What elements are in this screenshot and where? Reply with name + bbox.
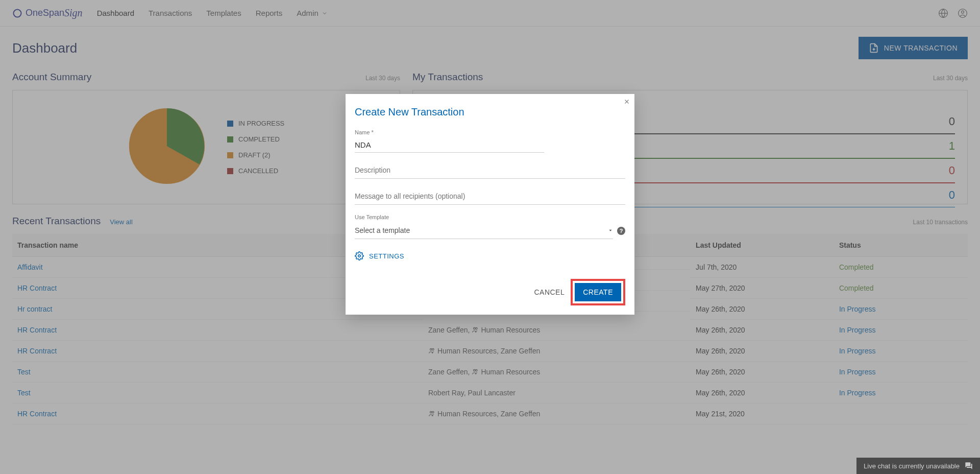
create-button[interactable]: CREATE xyxy=(575,283,621,301)
template-label: Use Template xyxy=(355,214,625,220)
svg-marker-18 xyxy=(609,230,612,231)
name-label: Name * xyxy=(355,129,544,135)
create-transaction-modal: Create New Transaction Name * Use Templa… xyxy=(346,94,634,315)
svg-point-19 xyxy=(358,255,361,257)
modal-close-button[interactable] xyxy=(623,97,630,108)
description-input[interactable] xyxy=(355,162,625,179)
modal-title: Create New Transaction xyxy=(355,106,625,118)
create-button-highlight: CREATE xyxy=(571,279,625,305)
template-select[interactable]: Select a template xyxy=(355,222,613,239)
cancel-button[interactable]: CANCEL xyxy=(534,288,565,296)
close-icon xyxy=(623,98,630,105)
name-input[interactable] xyxy=(355,137,544,153)
live-chat-bar[interactable]: Live chat is currently unavailable xyxy=(856,458,980,474)
gear-icon xyxy=(355,251,364,260)
help-icon[interactable]: ? xyxy=(617,227,625,235)
settings-button[interactable]: SETTINGS xyxy=(355,251,625,260)
chat-icon xyxy=(965,462,973,470)
modal-overlay[interactable]: Create New Transaction Name * Use Templa… xyxy=(0,0,980,474)
message-input[interactable] xyxy=(355,188,625,205)
caret-down-icon xyxy=(608,228,613,233)
